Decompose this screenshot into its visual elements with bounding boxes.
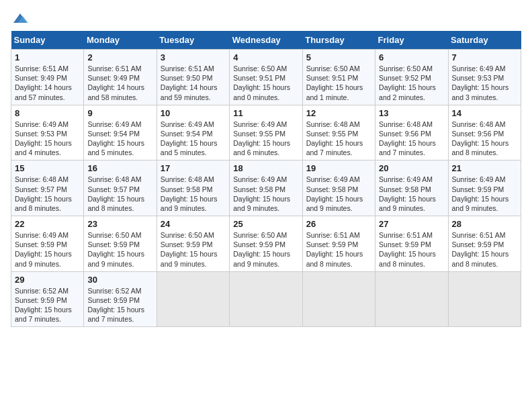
day-number: 2 <box>87 52 152 62</box>
calendar-cell <box>375 271 448 327</box>
day-number: 26 <box>306 219 371 229</box>
calendar-cell: 19Sunrise: 6:49 AMSunset: 9:58 PMDayligh… <box>302 161 375 216</box>
day-info: Sunrise: 6:48 AMSunset: 9:57 PMDaylight:… <box>87 175 152 213</box>
day-number: 7 <box>452 52 517 62</box>
header-day-saturday: Saturday <box>448 31 521 50</box>
day-info: Sunrise: 6:50 AMSunset: 9:59 PMDaylight:… <box>161 230 226 269</box>
calendar-cell: 4Sunrise: 6:50 AMSunset: 9:51 PMDaylight… <box>230 50 302 105</box>
day-number: 28 <box>452 219 517 229</box>
calendar-cell: 30Sunrise: 6:52 AMSunset: 9:59 PMDayligh… <box>84 271 157 327</box>
calendar-cell: 2Sunrise: 6:51 AMSunset: 9:49 PMDaylight… <box>84 50 157 105</box>
calendar-cell: 27Sunrise: 6:51 AMSunset: 9:59 PMDayligh… <box>375 216 448 272</box>
calendar-cell: 15Sunrise: 6:48 AMSunset: 9:57 PMDayligh… <box>11 161 84 216</box>
day-number: 10 <box>161 108 226 118</box>
calendar-body: 1Sunrise: 6:51 AMSunset: 9:49 PMDaylight… <box>11 50 521 327</box>
day-info: Sunrise: 6:51 AMSunset: 9:49 PMDaylight:… <box>15 64 80 102</box>
calendar-cell <box>448 271 521 327</box>
day-number: 13 <box>379 108 444 118</box>
calendar-cell: 28Sunrise: 6:51 AMSunset: 9:59 PMDayligh… <box>448 216 521 272</box>
day-info: Sunrise: 6:52 AMSunset: 9:59 PMDaylight:… <box>87 286 152 324</box>
day-number: 4 <box>233 52 298 62</box>
day-info: Sunrise: 6:49 AMSunset: 9:58 PMDaylight:… <box>306 175 371 213</box>
day-number: 6 <box>379 52 444 62</box>
calendar-cell: 3Sunrise: 6:51 AMSunset: 9:50 PMDaylight… <box>157 50 229 105</box>
day-info: Sunrise: 6:51 AMSunset: 9:59 PMDaylight:… <box>379 230 444 269</box>
header-day-sunday: Sunday <box>11 31 84 50</box>
header-day-tuesday: Tuesday <box>157 31 229 50</box>
calendar-cell: 24Sunrise: 6:50 AMSunset: 9:59 PMDayligh… <box>157 216 229 272</box>
logo <box>11 11 32 26</box>
calendar-cell: 11Sunrise: 6:49 AMSunset: 9:55 PMDayligh… <box>230 105 302 161</box>
calendar-cell: 22Sunrise: 6:49 AMSunset: 9:59 PMDayligh… <box>11 216 84 272</box>
day-number: 16 <box>87 163 152 173</box>
day-info: Sunrise: 6:49 AMSunset: 9:53 PMDaylight:… <box>452 64 517 102</box>
calendar-cell: 1Sunrise: 6:51 AMSunset: 9:49 PMDaylight… <box>11 50 84 105</box>
header-row: SundayMondayTuesdayWednesdayThursdayFrid… <box>11 31 521 50</box>
day-info: Sunrise: 6:49 AMSunset: 9:54 PMDaylight:… <box>87 120 152 158</box>
day-number: 30 <box>87 275 152 285</box>
day-info: Sunrise: 6:51 AMSunset: 9:59 PMDaylight:… <box>306 230 371 269</box>
header-day-wednesday: Wednesday <box>230 31 302 50</box>
day-info: Sunrise: 6:50 AMSunset: 9:51 PMDaylight:… <box>306 64 371 102</box>
day-info: Sunrise: 6:49 AMSunset: 9:58 PMDaylight:… <box>233 175 298 213</box>
calendar-cell: 20Sunrise: 6:49 AMSunset: 9:58 PMDayligh… <box>375 161 448 216</box>
calendar-cell: 6Sunrise: 6:50 AMSunset: 9:52 PMDaylight… <box>375 50 448 105</box>
day-number: 19 <box>306 163 371 173</box>
day-info: Sunrise: 6:48 AMSunset: 9:56 PMDaylight:… <box>379 120 444 158</box>
day-info: Sunrise: 6:51 AMSunset: 9:50 PMDaylight:… <box>161 64 226 102</box>
day-info: Sunrise: 6:48 AMSunset: 9:57 PMDaylight:… <box>15 175 80 213</box>
page-header <box>11 11 521 26</box>
calendar-cell: 26Sunrise: 6:51 AMSunset: 9:59 PMDayligh… <box>302 216 375 272</box>
header-day-friday: Friday <box>375 31 448 50</box>
calendar-cell <box>302 271 375 327</box>
day-number: 12 <box>306 108 371 118</box>
calendar-table: SundayMondayTuesdayWednesdayThursdayFrid… <box>11 31 521 327</box>
calendar-cell: 13Sunrise: 6:48 AMSunset: 9:56 PMDayligh… <box>375 105 448 161</box>
calendar-cell: 25Sunrise: 6:50 AMSunset: 9:59 PMDayligh… <box>230 216 302 272</box>
day-info: Sunrise: 6:50 AMSunset: 9:59 PMDaylight:… <box>87 230 152 269</box>
calendar-cell: 9Sunrise: 6:49 AMSunset: 9:54 PMDaylight… <box>84 105 157 161</box>
calendar-cell <box>157 271 229 327</box>
header-day-thursday: Thursday <box>302 31 375 50</box>
day-info: Sunrise: 6:49 AMSunset: 9:54 PMDaylight:… <box>161 120 226 158</box>
calendar-week-2: 8Sunrise: 6:49 AMSunset: 9:53 PMDaylight… <box>11 105 521 161</box>
calendar-cell: 12Sunrise: 6:48 AMSunset: 9:55 PMDayligh… <box>302 105 375 161</box>
day-number: 22 <box>15 219 80 229</box>
day-info: Sunrise: 6:50 AMSunset: 9:59 PMDaylight:… <box>233 230 298 269</box>
calendar-week-4: 22Sunrise: 6:49 AMSunset: 9:59 PMDayligh… <box>11 216 521 272</box>
day-number: 11 <box>233 108 298 118</box>
day-number: 3 <box>161 52 226 62</box>
logo-icon <box>11 11 30 26</box>
calendar-header: SundayMondayTuesdayWednesdayThursdayFrid… <box>11 31 521 50</box>
day-number: 20 <box>379 163 444 173</box>
calendar-cell: 5Sunrise: 6:50 AMSunset: 9:51 PMDaylight… <box>302 50 375 105</box>
calendar-week-5: 29Sunrise: 6:52 AMSunset: 9:59 PMDayligh… <box>11 271 521 327</box>
day-number: 27 <box>379 219 444 229</box>
calendar-week-1: 1Sunrise: 6:51 AMSunset: 9:49 PMDaylight… <box>11 50 521 105</box>
day-number: 25 <box>233 219 298 229</box>
day-info: Sunrise: 6:52 AMSunset: 9:59 PMDaylight:… <box>15 286 80 324</box>
calendar-cell: 10Sunrise: 6:49 AMSunset: 9:54 PMDayligh… <box>157 105 229 161</box>
day-number: 15 <box>15 163 80 173</box>
day-info: Sunrise: 6:48 AMSunset: 9:58 PMDaylight:… <box>161 175 226 213</box>
day-number: 9 <box>87 108 152 118</box>
calendar-cell: 14Sunrise: 6:48 AMSunset: 9:56 PMDayligh… <box>448 105 521 161</box>
day-number: 17 <box>161 163 226 173</box>
day-info: Sunrise: 6:49 AMSunset: 9:59 PMDaylight:… <box>452 175 517 213</box>
day-number: 23 <box>87 219 152 229</box>
calendar-cell: 17Sunrise: 6:48 AMSunset: 9:58 PMDayligh… <box>157 161 229 216</box>
day-info: Sunrise: 6:49 AMSunset: 9:53 PMDaylight:… <box>15 120 80 158</box>
day-info: Sunrise: 6:48 AMSunset: 9:56 PMDaylight:… <box>452 120 517 158</box>
day-info: Sunrise: 6:51 AMSunset: 9:59 PMDaylight:… <box>452 230 517 269</box>
day-info: Sunrise: 6:51 AMSunset: 9:49 PMDaylight:… <box>87 64 152 102</box>
calendar-cell: 29Sunrise: 6:52 AMSunset: 9:59 PMDayligh… <box>11 271 84 327</box>
day-info: Sunrise: 6:49 AMSunset: 9:55 PMDaylight:… <box>233 120 298 158</box>
day-info: Sunrise: 6:48 AMSunset: 9:55 PMDaylight:… <box>306 120 371 158</box>
day-info: Sunrise: 6:49 AMSunset: 9:59 PMDaylight:… <box>15 230 80 269</box>
header-day-monday: Monday <box>84 31 157 50</box>
day-number: 29 <box>15 275 80 285</box>
calendar-cell: 7Sunrise: 6:49 AMSunset: 9:53 PMDaylight… <box>448 50 521 105</box>
day-number: 1 <box>15 52 80 62</box>
day-number: 24 <box>161 219 226 229</box>
calendar-cell <box>230 271 302 327</box>
